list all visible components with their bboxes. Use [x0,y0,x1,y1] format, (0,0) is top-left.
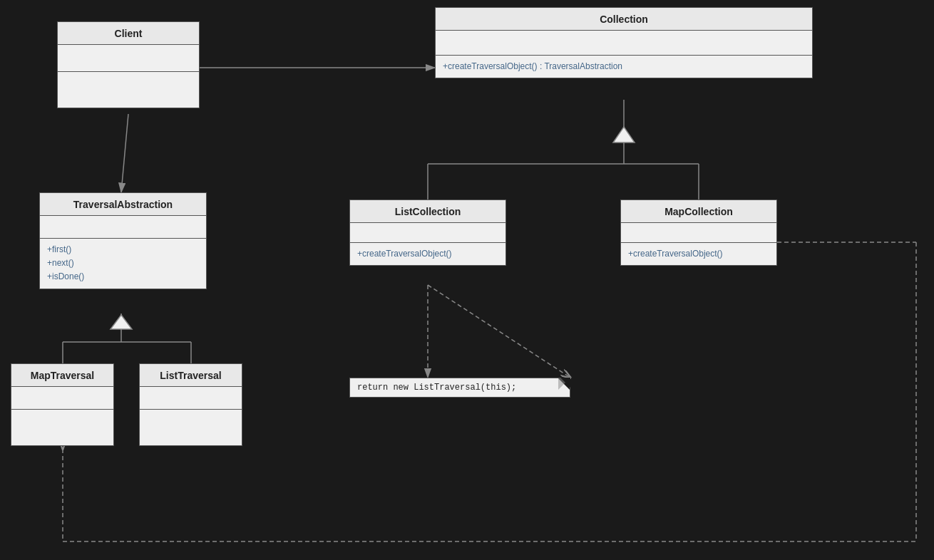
client-section2 [58,72,199,108]
diagram-canvas: Client Collection +createTraversalObject… [0,0,934,560]
client-to-traversal-arrow [121,114,128,192]
map-traversal-section2 [11,410,113,445]
traversal-inheritance-triangle [111,315,132,329]
collection-methods: +createTraversalObject() : TraversalAbst… [436,56,812,78]
map-traversal-class: MapTraversal [11,363,114,446]
map-traversal-header: MapTraversal [11,364,113,387]
client-section1 [58,45,199,72]
collection-header: Collection [436,8,812,31]
list-traversal-header: ListTraversal [140,364,242,387]
map-collection-section1 [621,223,776,243]
client-name: Client [115,28,143,39]
list-collection-header: ListCollection [350,200,506,223]
map-collection-method1: +createTraversalObject() [628,249,723,259]
list-collection-section1 [350,223,506,243]
list-collection-name: ListCollection [395,206,461,217]
list-traversal-name: ListTraversal [160,370,221,381]
collection-section1 [436,31,812,56]
list-traversal-section2 [140,410,242,445]
collection-class: Collection +createTraversalObject() : Tr… [435,7,813,78]
traversal-abstraction-header: TraversalAbstraction [40,193,206,216]
traversal-abstraction-methods: +first() +next() +isDone() [40,239,206,289]
map-collection-class: MapCollection +createTraversalObject() [620,199,777,266]
traversal-abstraction-name: TraversalAbstraction [73,199,173,210]
map-traversal-section1 [11,387,113,410]
list-traversal-class: ListTraversal [139,363,242,446]
map-collection-header: MapCollection [621,200,776,223]
client-header: Client [58,22,199,45]
list-collection-method1: +createTraversalObject() [357,249,452,259]
note-arrow [428,285,570,378]
traversal-method3: +isDone() [47,270,199,284]
list-collection-class: ListCollection +createTraversalObject() [349,199,506,266]
map-collection-name: MapCollection [664,206,733,217]
map-collection-methods: +createTraversalObject() [621,243,776,265]
note-text: return new ListTraversal(this); [357,383,516,393]
traversal-method1: +first() [47,243,199,256]
list-collection-methods: +createTraversalObject() [350,243,506,265]
collection-name: Collection [600,14,648,25]
list-traversal-section1 [140,387,242,410]
traversal-abstraction-section1 [40,216,206,239]
client-class: Client [57,21,200,108]
collection-method1: +createTraversalObject() : TraversalAbst… [443,61,622,71]
map-traversal-name: MapTraversal [31,370,95,381]
note-box: return new ListTraversal(this); [349,378,570,398]
traversal-abstraction-class: TraversalAbstraction +first() +next() +i… [39,192,207,289]
collection-inheritance-triangle [613,127,635,142]
traversal-method2: +next() [47,256,199,270]
